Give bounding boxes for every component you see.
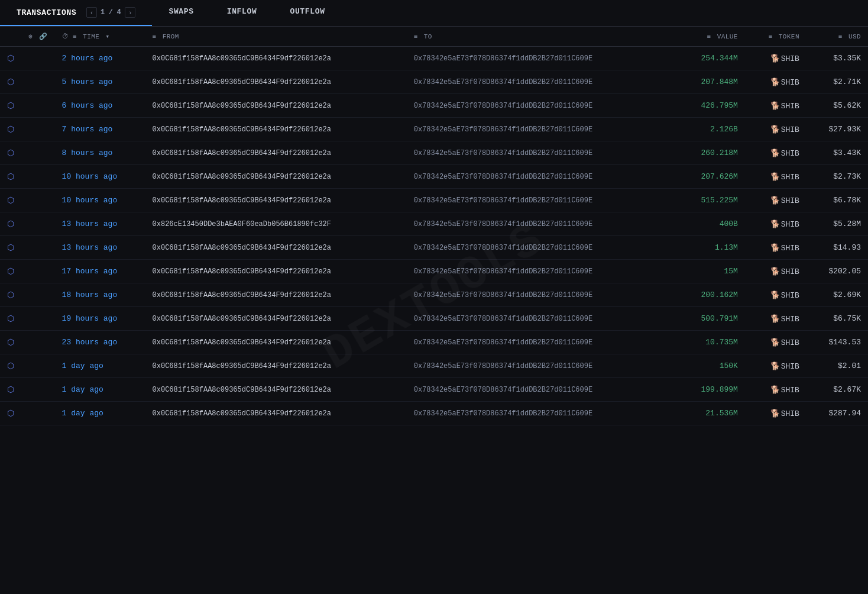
token-label: SHIB bbox=[781, 173, 799, 182]
transactions-table-container: ⚙ 🔗 ⏱ ≡ TIME ▾ ≡ FROM ≡ TO ≡ bbox=[0, 27, 868, 425]
row-actions bbox=[21, 283, 55, 307]
eth-icon-cell: ⬡ bbox=[0, 118, 21, 141]
row-to[interactable]: 0x78342e5aE73f078D86374f1ddDB2B27d011C60… bbox=[407, 307, 668, 331]
eth-icon-cell: ⬡ bbox=[0, 70, 21, 94]
row-to[interactable]: 0x78342e5aE73f078D86374f1ddDB2B27d011C60… bbox=[407, 212, 668, 236]
row-from[interactable]: 0x0C681f158fAA8c09365dC9B6434F9df226012e… bbox=[145, 70, 407, 94]
shib-token-icon: 🐕 bbox=[770, 78, 780, 87]
shib-token-icon: 🐕 bbox=[770, 362, 780, 371]
th-value[interactable]: ≡ VALUE bbox=[668, 27, 745, 47]
eth-icon: ⬡ bbox=[7, 219, 14, 229]
row-from[interactable]: 0x0C681f158fAA8c09365dC9B6434F9df226012e… bbox=[145, 402, 407, 425]
row-time: 8 hours ago bbox=[55, 141, 145, 165]
tab-transactions[interactable]: TRANSACTIONS ‹ 1 / 4 › bbox=[0, 0, 152, 26]
row-value: 200.162M bbox=[668, 283, 745, 307]
row-from[interactable]: 0x826cE13450DDe3bAEA0F60eaDb056B61890fc3… bbox=[145, 212, 407, 236]
shib-token-icon: 🐕 bbox=[770, 315, 780, 324]
row-actions bbox=[21, 354, 55, 378]
row-from[interactable]: 0x0C681f158fAA8c09365dC9B6434F9df226012e… bbox=[145, 307, 407, 331]
filter-bars-to: ≡ bbox=[414, 33, 418, 40]
row-value: 1.13M bbox=[668, 236, 745, 260]
tab-outflow[interactable]: OUTFLOW bbox=[273, 0, 341, 26]
row-usd: $287.94 bbox=[807, 402, 868, 425]
row-value: 207.848M bbox=[668, 70, 745, 94]
row-from[interactable]: 0x0C681f158fAA8c09365dC9B6434F9df226012e… bbox=[145, 141, 407, 165]
row-from[interactable]: 0x0C681f158fAA8c09365dC9B6434F9df226012e… bbox=[145, 94, 407, 118]
row-to[interactable]: 0x78342e5aE73f078D86374f1ddDB2B27d011C60… bbox=[407, 141, 668, 165]
row-actions bbox=[21, 212, 55, 236]
th-to[interactable]: ≡ TO bbox=[407, 27, 668, 47]
row-to[interactable]: 0x78342e5aE73f078D86374f1ddDB2B27d011C60… bbox=[407, 283, 668, 307]
filter-bars-token: ≡ bbox=[769, 33, 773, 40]
row-to[interactable]: 0x78342e5aE73f078D86374f1ddDB2B27d011C60… bbox=[407, 402, 668, 425]
page-total: 4 bbox=[117, 8, 122, 17]
row-actions bbox=[21, 402, 55, 425]
row-time: 5 hours ago bbox=[55, 70, 145, 94]
row-to[interactable]: 0x78342e5aE73f078D86374f1ddDB2B27d011C60… bbox=[407, 165, 668, 189]
row-value: 21.536M bbox=[668, 402, 745, 425]
tab-transactions-label: TRANSACTIONS bbox=[17, 8, 76, 17]
filter-bars-value: ≡ bbox=[707, 33, 711, 40]
row-from[interactable]: 0x0C681f158fAA8c09365dC9B6434F9df226012e… bbox=[145, 378, 407, 402]
row-time: 10 hours ago bbox=[55, 189, 145, 212]
link-icon: 🔗 bbox=[39, 33, 47, 40]
table-header: ⚙ 🔗 ⏱ ≡ TIME ▾ ≡ FROM ≡ TO ≡ bbox=[0, 27, 868, 47]
eth-icon: ⬡ bbox=[7, 267, 14, 276]
th-time[interactable]: ⏱ ≡ TIME ▾ bbox=[55, 27, 145, 47]
table-row: ⬡17 hours ago0x0C681f158fAA8c09365dC9B64… bbox=[0, 260, 868, 283]
eth-icon: ⬡ bbox=[7, 243, 14, 253]
row-from[interactable]: 0x0C681f158fAA8c09365dC9B6434F9df226012e… bbox=[145, 118, 407, 141]
shib-token-icon: 🐕 bbox=[770, 173, 780, 182]
row-from[interactable]: 0x0C681f158fAA8c09365dC9B6434F9df226012e… bbox=[145, 331, 407, 354]
filter-bars-usd: ≡ bbox=[838, 33, 843, 40]
row-to[interactable]: 0x78342e5aE73f078D86374f1ddDB2B27d011C60… bbox=[407, 236, 668, 260]
row-from[interactable]: 0x0C681f158fAA8c09365dC9B6434F9df226012e… bbox=[145, 236, 407, 260]
row-value: 254.344M bbox=[668, 47, 745, 70]
table-row: ⬡1 day ago0x0C681f158fAA8c09365dC9B6434F… bbox=[0, 402, 868, 425]
row-from[interactable]: 0x0C681f158fAA8c09365dC9B6434F9df226012e… bbox=[145, 354, 407, 378]
prev-page-button[interactable]: ‹ bbox=[86, 7, 97, 18]
row-actions bbox=[21, 236, 55, 260]
th-token[interactable]: ≡ TOKEN bbox=[745, 27, 807, 47]
row-value: 500.791M bbox=[668, 307, 745, 331]
row-to[interactable]: 0x78342e5aE73f078D86374f1ddDB2B27d011C60… bbox=[407, 47, 668, 70]
row-usd: $2.73K bbox=[807, 165, 868, 189]
token-label: SHIB bbox=[781, 102, 799, 111]
row-to[interactable]: 0x78342e5aE73f078D86374f1ddDB2B27d011C60… bbox=[407, 118, 668, 141]
row-to[interactable]: 0x78342e5aE73f078D86374f1ddDB2B27d011C60… bbox=[407, 189, 668, 212]
row-to[interactable]: 0x78342e5aE73f078D86374f1ddDB2B27d011C60… bbox=[407, 70, 668, 94]
token-label: SHIB bbox=[781, 291, 799, 300]
eth-icon: ⬡ bbox=[7, 196, 14, 205]
row-to[interactable]: 0x78342e5aE73f078D86374f1ddDB2B27d011C60… bbox=[407, 354, 668, 378]
shib-token-icon: 🐕 bbox=[770, 386, 780, 395]
next-page-button[interactable]: › bbox=[125, 7, 135, 18]
table-row: ⬡19 hours ago0x0C681f158fAA8c09365dC9B64… bbox=[0, 307, 868, 331]
row-to[interactable]: 0x78342e5aE73f078D86374f1ddDB2B27d011C60… bbox=[407, 331, 668, 354]
eth-icon: ⬡ bbox=[7, 78, 14, 87]
row-from[interactable]: 0x0C681f158fAA8c09365dC9B6434F9df226012e… bbox=[145, 260, 407, 283]
eth-icon: ⬡ bbox=[7, 172, 14, 182]
th-from[interactable]: ≡ FROM bbox=[145, 27, 407, 47]
transactions-table: ⚙ 🔗 ⏱ ≡ TIME ▾ ≡ FROM ≡ TO ≡ bbox=[0, 27, 868, 425]
row-time: 1 day ago bbox=[55, 402, 145, 425]
th-usd[interactable]: ≡ USD bbox=[807, 27, 868, 47]
row-usd: $14.93 bbox=[807, 236, 868, 260]
row-to[interactable]: 0x78342e5aE73f078D86374f1ddDB2B27d011C60… bbox=[407, 378, 668, 402]
row-from[interactable]: 0x0C681f158fAA8c09365dC9B6434F9df226012e… bbox=[145, 189, 407, 212]
row-to[interactable]: 0x78342e5aE73f078D86374f1ddDB2B27d011C60… bbox=[407, 94, 668, 118]
row-actions bbox=[21, 307, 55, 331]
eth-icon-cell: ⬡ bbox=[0, 260, 21, 283]
row-usd: $2.67K bbox=[807, 378, 868, 402]
row-to[interactable]: 0x78342e5aE73f078D86374f1ddDB2B27d011C60… bbox=[407, 260, 668, 283]
eth-icon: ⬡ bbox=[7, 101, 14, 111]
row-from[interactable]: 0x0C681f158fAA8c09365dC9B6434F9df226012e… bbox=[145, 165, 407, 189]
row-from[interactable]: 0x0C681f158fAA8c09365dC9B6434F9df226012e… bbox=[145, 47, 407, 70]
tab-inflow[interactable]: INFLOW bbox=[210, 0, 274, 26]
row-from[interactable]: 0x0C681f158fAA8c09365dC9B6434F9df226012e… bbox=[145, 283, 407, 307]
eth-icon-cell: ⬡ bbox=[0, 212, 21, 236]
row-time: 2 hours ago bbox=[55, 47, 145, 70]
row-token: 🐕SHIB bbox=[745, 189, 807, 212]
shib-token-icon: 🐕 bbox=[770, 244, 780, 253]
row-actions bbox=[21, 260, 55, 283]
tab-swaps[interactable]: SWAPS bbox=[152, 0, 210, 26]
